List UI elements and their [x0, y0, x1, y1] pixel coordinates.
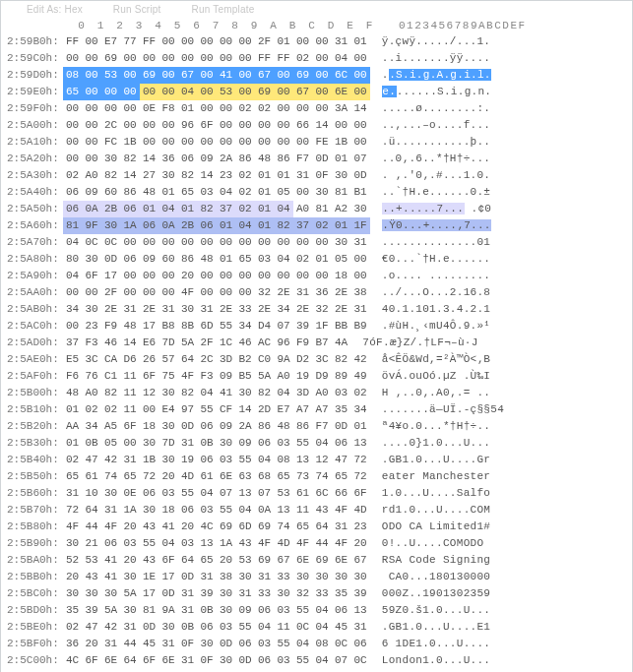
hex-row[interactable]: 2:5AB0h:34302E312E3130312E332E342E322E31…	[1, 301, 632, 318]
hex-row[interactable]: 2:5AF0h:F676C1116F754FF309B55AA019D98949…	[1, 368, 632, 385]
hex-row[interactable]: 2:5BA0h:52534120436F6465205369676E696E67…	[1, 552, 632, 569]
hex-bytes[interactable]: 0000FC1B000000000000000000FE1B00	[63, 136, 370, 148]
ascii-column[interactable]: . ‚.'0‚.#...1.0.	[382, 169, 490, 181]
ascii-column[interactable]: 000Z..1901302359	[382, 587, 490, 599]
hex-bytes[interactable]: 35395A30819A310B3009060355040613	[63, 604, 370, 616]
hex-row[interactable]: 2:5A00h:00002C000000966F0000000066140000…	[1, 117, 632, 134]
hex-bytes[interactable]: 024742311B3019060355040813124772	[63, 454, 370, 465]
ascii-column[interactable]: 0!..U....COMODO	[382, 537, 490, 549]
hex-bytes[interactable]: 4F444F204341204C696D697465643123	[63, 520, 370, 532]
hex-bytes[interactable]: 4C6F6E646F6E310F300D06035504070C	[63, 654, 370, 666]
hex-bytes[interactable]: FF00E777FF00000000002F0100003101	[63, 35, 370, 47]
hex-row[interactable]: 2:5B90h:30210603550403131A434F4D4F444F20…	[1, 535, 632, 552]
hex-bytes[interactable]: 3110300E0603550407130753616C666F	[63, 487, 370, 499]
hex-row[interactable]: 2:5A80h:80300D06096086480165030402010500…	[1, 251, 632, 268]
hex-row[interactable]: 2:5B70h:7264311A3018060355040A1311434F4D…	[1, 502, 632, 519]
hex-bytes[interactable]: 80300D06096086480165030402010500	[63, 253, 370, 265]
hex-row[interactable]: 2:5B80h:4F444F204341204C696D697465643123…	[1, 519, 632, 535]
ascii-column[interactable]: ..`†H.e......0.±	[382, 186, 490, 198]
hex-row[interactable]: 2:5B00h:48A0821112308204413082043DA00302…	[1, 385, 632, 401]
hex-bytes[interactable]: 010B0500307D310B3009060355040613	[63, 437, 370, 449]
ascii-column[interactable]: ..............01	[382, 236, 490, 248]
ascii-column[interactable]: ÿ.çwÿ...../...1.	[382, 35, 490, 47]
hex-row[interactable]: 2:59B0h:FF00E777FF00000000002F0100003101…	[1, 33, 632, 50]
hex-row[interactable]: 2:5BC0h:3030305A170D31393031333032333539…	[1, 585, 632, 602]
hex-row[interactable]: 2:5A40h:060960864801650304020105003081B1…	[1, 184, 632, 201]
hex-row[interactable]: 2:5B40h:024742311B3019060355040813124772…	[1, 452, 632, 468]
hex-bytes[interactable]: 3030305A170D31393031333032333539	[63, 587, 370, 599]
hex-row[interactable]: 2:5A70h:040C0C00000000000000000000003031…	[1, 234, 632, 251]
ascii-column[interactable]: .Ÿ0...+....‚7...	[382, 219, 491, 231]
ascii-column[interactable]: CA0...180130000	[382, 571, 490, 582]
hex-row[interactable]: 2:59F0h:000000000EF801000002020000003A14…	[1, 100, 632, 117]
hex-bytes[interactable]: 48A0821112308204413082043DA00302	[63, 387, 370, 398]
ascii-column[interactable]: .#ùH.¸‹mU4Ô.9.»¹	[382, 320, 490, 332]
hex-row[interactable]: 2:59D0h:08005300690067004100670069006C00…	[1, 67, 632, 84]
hex-bytes[interactable]: 00006900000000000000FFFF02000400	[63, 52, 370, 64]
hex-bytes[interactable]: 024742310D300B06035504110C044531	[63, 621, 370, 633]
ascii-column[interactable]: 59Z0.š1.0...U...	[382, 604, 490, 616]
ascii-column[interactable]: .GB1.0...U....Gr	[382, 454, 490, 465]
hex-bytes[interactable]: 046F1700000020000000000000001800	[63, 270, 370, 281]
hex-row[interactable]: 2:5BE0h:024742310D300B06035504110C044531…	[1, 619, 632, 636]
hex-bytes[interactable]: 6561746572204D616E63686573746572	[63, 470, 370, 482]
hex-bytes[interactable]: 65000000000004005300690067006E00	[63, 86, 370, 97]
ascii-column[interactable]: ..0‚.6..*†H†÷...	[382, 153, 490, 164]
hex-row[interactable]: 2:59C0h:00006900000000000000FFFF02000400…	[1, 50, 632, 67]
hex-bytes[interactable]: 040C0C00000000000000000000003031	[63, 236, 370, 248]
hex-bytes[interactable]: AA34A56F18300D06092A864886F70D01	[63, 420, 370, 432]
hex-bytes[interactable]: F676C1116F754FF309B55AA019D98949	[63, 370, 370, 382]
hex-bytes[interactable]: 30210603550403131A434F4D4F444F20	[63, 537, 370, 549]
hex-row[interactable]: 2:5B30h:010B0500307D310B3009060355040613…	[1, 435, 632, 452]
ascii-column[interactable]: .ü...........þ..	[382, 136, 490, 148]
hex-row[interactable]: 2:5A50h:060A2B060104018237020104A081A230…	[1, 201, 632, 217]
ascii-column[interactable]: å<ÊÖ&Wd,=²À™Ò<‚B	[382, 353, 490, 365]
hex-bytes[interactable]: 34302E312E3130312E332E342E322E31	[63, 303, 370, 315]
hex-row[interactable]: 2:59E0h:65000000000004005300690067006E00…	[1, 84, 632, 100]
hex-bytes[interactable]: 0023F94817B88B6D5534D407391FBBB9	[63, 320, 370, 332]
ascii-column[interactable]: ../...O...2.16.8	[382, 286, 490, 298]
ascii-column[interactable]: RSA Code Signing	[382, 554, 490, 566]
ascii-column[interactable]: eater Manchester	[382, 470, 490, 482]
hex-row[interactable]: 2:5B60h:3110300E0603550407130753616C666F…	[1, 485, 632, 502]
hex-bytes[interactable]: 204341301E170D313830313330303030	[63, 571, 370, 582]
hex-bytes[interactable]: 00002F0000004F000000322E31362E38	[63, 286, 370, 298]
hex-row[interactable]: 2:5AD0h:37F34614E67D5A2F1C46AC96F9B74A7ó…	[1, 335, 632, 351]
ascii-column[interactable]: ..S.i.g.A.g.i.l.	[382, 69, 491, 81]
hex-row[interactable]: 2:5A30h:02A082142730821423020101310F300D…	[1, 167, 632, 184]
ascii-column[interactable]: ª4¥o.0...*†H†÷..	[382, 420, 490, 432]
hex-bytes[interactable]: 7264311A3018060355040A1311434F4D	[63, 504, 370, 516]
ascii-column[interactable]: .GB1.0...U....E1	[382, 621, 490, 633]
hex-bytes[interactable]: 819F301A060A2B06010401823702011F	[63, 219, 370, 231]
hex-row[interactable]: 2:5A10h:0000FC1B000000000000000000FE1B00…	[1, 134, 632, 151]
ascii-column[interactable]: ODO CA Limited1#	[382, 520, 490, 532]
hex-bytes[interactable]: E53CCAD62657642C3DB2C09AD23C8242	[63, 353, 370, 365]
ascii-column[interactable]: ..i.......ÿÿ....	[382, 52, 490, 64]
hex-bytes[interactable]: 02A082142730821423020101310F300D	[63, 169, 370, 181]
hex-bytes[interactable]: 52534120436F6465205369676E696E67	[63, 554, 370, 566]
hex-row[interactable]: 2:5AE0h:E53CCAD62657642C3DB2C09AD23C8242…	[1, 351, 632, 368]
hex-bytes[interactable]: 00003082143606092A864886F70D0107	[63, 153, 370, 164]
ascii-column[interactable]: 6 1DE1.0...U....	[382, 638, 490, 649]
ascii-column[interactable]: H ‚..0‚.A0‚.= ..	[382, 387, 490, 398]
hex-bytes[interactable]: 08005300690067004100670069006C00	[63, 69, 370, 81]
hex-row[interactable]: 2:5B50h:6561746572204D616E63686573746572…	[1, 468, 632, 485]
hex-bytes[interactable]: 060960864801650304020105003081B1	[63, 186, 370, 198]
hex-row[interactable]: 2:5B10h:0102021100E49755CF142DE7A7A73534…	[1, 401, 632, 418]
ascii-column[interactable]: 7óF.æ}Z/.†LF¬–ù·J	[362, 336, 477, 348]
hex-bytes[interactable]: 0102021100E49755CF142DE7A7A73534	[63, 403, 370, 415]
hex-row[interactable]: 2:5AA0h:00002F0000004F000000322E31362E38…	[1, 284, 632, 301]
ascii-column[interactable]: €0...`†H.e......	[382, 253, 490, 265]
hex-bytes[interactable]: 060A2B060104018237020104A081A230	[63, 203, 370, 214]
hex-bytes[interactable]: 000000000EF801000002020000003A14	[63, 102, 370, 114]
hex-row[interactable]: 2:5AC0h:0023F94817B88B6D5534D407391FBBB9…	[1, 318, 632, 335]
hex-bytes[interactable]: 3620314445310F300D06035504080C06	[63, 638, 370, 649]
toolbar-run-template[interactable]: Run Template	[192, 4, 255, 15]
toolbar-edit-as[interactable]: Edit As: Hex	[27, 4, 83, 15]
hex-row[interactable]: 2:5A90h:046F1700000020000000000000001800…	[1, 268, 632, 284]
ascii-column[interactable]: London1.0...U...	[382, 654, 490, 666]
ascii-column[interactable]: .....ø........:.	[382, 102, 490, 114]
ascii-column[interactable]: ....0}1.0...U...	[382, 437, 490, 449]
hex-row[interactable]: 2:5B20h:AA34A56F18300D06092A864886F70D01…	[1, 418, 632, 435]
toolbar-run-script[interactable]: Run Script	[113, 4, 161, 15]
